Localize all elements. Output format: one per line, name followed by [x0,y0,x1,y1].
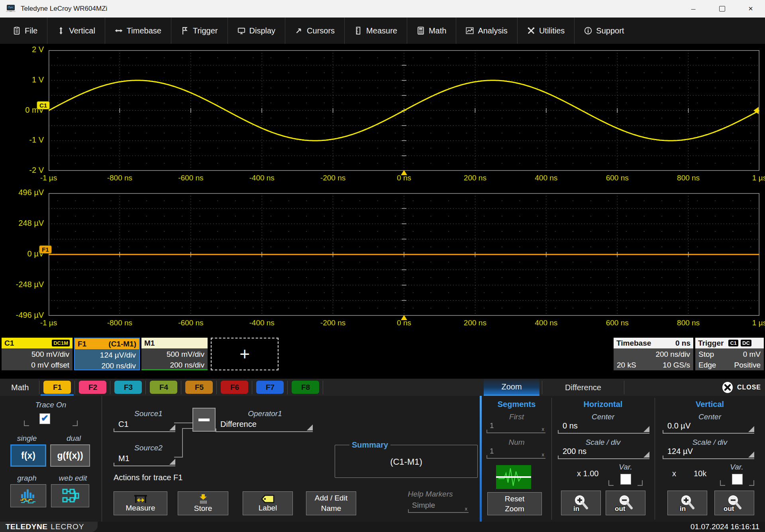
tab-f2[interactable]: F2 [79,381,106,394]
graph-button[interactable] [10,484,46,507]
timebase-box[interactable]: Timebase 0 ns 200 ns/div 20 kS 10 GS/s [614,338,693,370]
oscilloscope-app: Teledyne LeCroy WR604MZi ─ ✕ FileVertica… [0,0,765,532]
y-tick-label: 248 µV [3,219,44,228]
h-scale-input[interactable]: 200 ns [558,447,649,459]
source1-dropdown[interactable]: C1 [114,420,175,432]
x-tick-label: -800 ns [92,174,147,182]
dual-label: dual [50,434,98,443]
trigger-box[interactable]: Trigger C1 DC Stop 0 mV Edge Positive [695,338,764,370]
x-tick-label: 800 ns [661,174,716,182]
store-button-label: Store [194,504,212,513]
close-panel-button[interactable]: CLOSE [722,379,761,396]
help-markers-value: Simple [408,501,469,512]
m1-timebase: 200 ns/div [145,360,204,370]
focus-corner [608,480,614,486]
h-zoom-out-button[interactable]: out [606,491,645,515]
menu-item-utilities[interactable]: Utilities [517,18,574,44]
label-button[interactable]: Label [243,491,293,515]
summary-value: (C1-M1) [340,457,473,467]
tab-f4[interactable]: F4 [150,381,177,394]
x-tick-label: -600 ns [163,319,219,327]
menu-item-vertical[interactable]: Vertical [47,18,105,44]
reset-zoom-button[interactable]: Reset Zoom [487,492,542,515]
help-markers-dropdown[interactable]: Simple x [408,501,469,513]
trace-on-checkbox[interactable] [39,413,50,424]
menu-item-analysis[interactable]: Analysis [456,18,517,44]
x-tick-label: 600 ns [589,319,645,327]
operator1-dropdown[interactable]: Difference [216,420,313,432]
v-center-value: 0.0 µV [663,421,754,433]
web-edit-icon [61,488,80,504]
brand-lecroy: LECROY [51,522,84,531]
web-edit-button[interactable] [51,484,89,507]
disabled-x-icon: x [465,506,468,512]
menu-item-trigger[interactable]: Trigger [171,18,228,44]
segments-num-input[interactable]: 1 x [486,447,545,459]
menu-item-display[interactable]: Display [228,18,285,44]
add-edit-name-button[interactable]: Add / Edit Name [306,491,356,515]
menu-item-timebase[interactable]: Timebase [105,18,171,44]
source2-dropdown[interactable]: M1 [114,454,175,466]
operator-button[interactable] [192,408,216,432]
measure-button[interactable]: Measure [114,491,167,515]
descriptor-c1[interactable]: C1 DC1M 500 mV/div 0 mV offset [2,338,73,370]
x-tick-label: -400 ns [234,174,290,182]
h-center-input[interactable]: 0 ns [558,421,649,434]
tab-f3[interactable]: F3 [114,381,142,394]
divider [110,381,110,394]
app-icon [6,4,16,14]
utilities-icon [527,27,535,35]
trigger-time-marker-c1[interactable] [401,170,407,175]
menu-item-support[interactable]: Support [574,18,634,44]
y-tick-label: -248 µV [3,280,44,289]
single-fx-button[interactable]: f(x) [10,444,46,467]
tab-difference[interactable]: Difference [542,379,624,396]
tab-f1[interactable]: F1 [43,381,71,394]
f1-timebase: 200 ns/div [78,360,136,371]
tab-f5[interactable]: F5 [185,381,213,394]
x-tick-label: 1 µs [732,174,765,182]
measure-icon [354,27,362,35]
add-edit-line1: Add / Edit [315,493,347,503]
file-icon [13,27,21,35]
tab-f7[interactable]: F7 [256,381,284,394]
descriptor-m1[interactable]: M1 500 mV/div 200 ns/div [141,338,208,370]
v-zoom-in-button[interactable]: in [667,491,707,515]
operator1-label: Operator1 [217,409,313,418]
x-tick-label: 200 ns [447,319,503,327]
tab-f6[interactable]: F6 [221,381,248,394]
menu-item-cursors[interactable]: Cursors [285,18,344,44]
close-button[interactable]: ✕ [736,0,765,18]
segments-num-value: 1 [486,447,545,458]
dual-gfx-button[interactable]: g(f(x)) [50,444,90,467]
function-tabs: F1F2F3F4F5F6F7F8 [39,379,323,394]
store-button[interactable]: Store [178,491,228,515]
datetime-display: 01.07.2024 16:16:11 [690,522,759,532]
store-icon [196,494,210,504]
tab-f8[interactable]: F8 [292,381,319,394]
f1-level-marker[interactable]: F1 [39,245,52,254]
minimize-button[interactable]: ─ [679,0,708,18]
menu-item-math[interactable]: Math [407,18,456,44]
h-var-checkbox[interactable] [620,474,631,485]
trigger-time-marker-f1[interactable] [401,315,407,320]
descriptor-f1[interactable]: F1 (C1-M1) 124 µV/div 200 ns/div [74,338,140,370]
v-zoom-out-button[interactable]: out [714,491,754,515]
h-zoom-in-button[interactable]: in [561,491,601,515]
segments-first-input[interactable]: 1 x [486,421,545,433]
v-center-input[interactable]: 0.0 µV [663,421,754,434]
tab-zoom[interactable]: Zoom [484,379,539,396]
c1-level-marker[interactable]: C1 [37,101,50,110]
grid-c1[interactable] [49,50,759,171]
h-zoom-factor: x 1.00 [577,469,598,478]
grid-f1[interactable] [49,193,759,316]
v-var-checkbox[interactable] [732,474,743,485]
v-scale-input[interactable]: 124 µV [663,447,754,459]
add-trace-button[interactable]: + [211,338,279,370]
menu-item-measure[interactable]: Measure [344,18,407,44]
h-center-label: Center [551,413,655,421]
analysis-icon [466,27,474,35]
menu-item-file[interactable]: File [3,18,47,44]
maximize-button[interactable] [708,0,736,18]
vertical-header: Vertical [655,400,765,409]
